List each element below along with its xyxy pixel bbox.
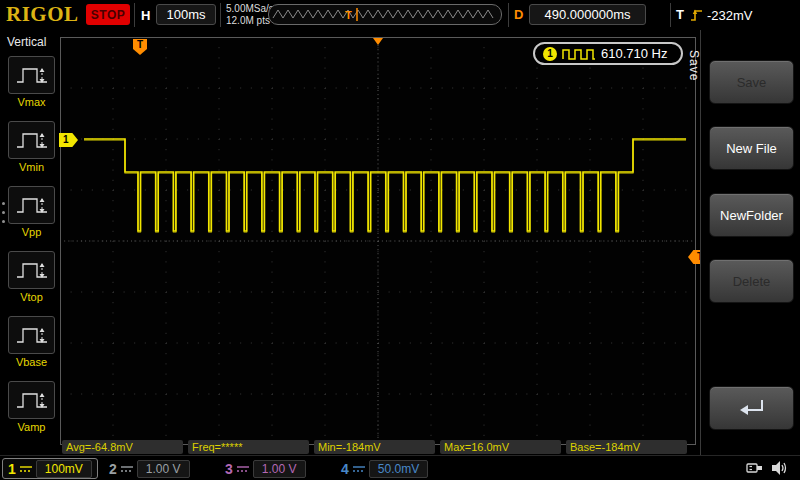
- sidebar-scroll-dots[interactable]: [2, 196, 5, 229]
- sidebar-item-label: Vtop: [8, 291, 55, 303]
- sidebar-item-vbase[interactable]: Vbase: [8, 316, 55, 368]
- channel-4-status[interactable]: 4 50.0mV: [336, 458, 433, 479]
- dc-coupling-icon: [20, 464, 32, 474]
- sidebar-item-label: Vmax: [8, 96, 55, 108]
- frequency-counter: 1 610.710 Hz: [533, 42, 683, 65]
- vmax-icon: [8, 56, 55, 94]
- channel-scale: 1.00 V: [253, 460, 306, 478]
- speaker-icon: [770, 459, 788, 477]
- channel-status-bar: 1 100mV 2 1.00 V 3 1.00 V 4 50.0mV: [0, 455, 800, 480]
- divider: [670, 3, 671, 27]
- menu-title-tab: Save: [687, 50, 701, 81]
- vtop-icon: [8, 251, 55, 289]
- vpp-icon: [8, 186, 55, 224]
- delete-button[interactable]: Delete: [709, 259, 794, 303]
- channel-1-badge: 1: [543, 47, 557, 61]
- dc-coupling-icon: [237, 464, 249, 474]
- top-bar: RIGOL STOP H 100ms 5.00MSa/s 12.0M pts T…: [0, 0, 800, 30]
- divider: [508, 3, 509, 27]
- sidebar-item-vmin[interactable]: Vmin: [8, 121, 55, 173]
- softkey-menu: Save New File NewFolder Delete: [700, 30, 800, 455]
- frequency-value: 610.710 Hz: [601, 46, 668, 61]
- sidebar-item-label: Vmin: [8, 161, 55, 173]
- dc-coupling-icon: [353, 464, 365, 474]
- vbase-icon: [8, 316, 55, 354]
- sidebar-item-label: Vamp: [8, 421, 55, 433]
- usb-icon: [746, 460, 764, 476]
- sidebar-item-label: Vpp: [8, 226, 55, 238]
- return-arrow-icon: [737, 397, 767, 419]
- sidebar-title: Vertical: [7, 35, 46, 49]
- channel-2-status[interactable]: 2 1.00 V: [104, 458, 195, 479]
- measurement-max: Max=16.0mV: [440, 440, 561, 454]
- minimap-waveform: T: [269, 5, 501, 24]
- memory-depth: 12.0M pts: [226, 15, 274, 27]
- divider: [134, 3, 135, 27]
- timebase-value[interactable]: 100ms: [156, 4, 216, 25]
- channel-number: 2: [109, 461, 117, 477]
- delay-label: D: [514, 7, 523, 22]
- channel-number: 4: [341, 461, 349, 477]
- vmin-icon: [8, 121, 55, 159]
- channel-number: 1: [8, 461, 16, 477]
- run-state-badge[interactable]: STOP: [86, 4, 130, 25]
- channel-3-status[interactable]: 3 1.00 V: [220, 458, 311, 479]
- new-folder-button[interactable]: NewFolder: [709, 193, 794, 237]
- svg-text:T: T: [345, 9, 352, 21]
- waveform-display: [60, 37, 696, 445]
- trigger-position-indicator: [373, 38, 383, 45]
- acquisition-info: 5.00MSa/s 12.0M pts: [226, 3, 274, 27]
- sidebar-item-label: Vbase: [8, 356, 55, 368]
- channel-scale: 1.00 V: [137, 460, 190, 478]
- measurement-freq: Freq=*****: [188, 440, 309, 454]
- delay-value[interactable]: 490.000000ms: [529, 4, 646, 25]
- back-button[interactable]: [709, 386, 794, 430]
- sidebar-item-vamp[interactable]: Vamp: [8, 381, 55, 433]
- channel-scale: 50.0mV: [369, 460, 428, 478]
- edge-trigger-icon: [690, 6, 703, 23]
- measurement-min: Min=-184mV: [314, 440, 435, 454]
- sidebar-item-vtop[interactable]: Vtop: [8, 251, 55, 303]
- channel-scale: 100mV: [36, 460, 92, 478]
- channel-number: 3: [225, 461, 233, 477]
- trigger-level-value[interactable]: -232mV: [707, 8, 753, 23]
- horizontal-position-minimap[interactable]: T: [268, 4, 502, 25]
- channel-1-status[interactable]: 1 100mV: [2, 458, 98, 479]
- measurement-base: Base=-184mV: [566, 440, 687, 454]
- dc-coupling-icon: [121, 464, 133, 474]
- horizontal-label: H: [141, 8, 150, 23]
- sidebar-item-vpp[interactable]: Vpp: [8, 186, 55, 238]
- new-file-button[interactable]: New File: [709, 126, 794, 170]
- sidebar-item-vmax[interactable]: Vmax: [8, 56, 55, 108]
- divider: [220, 3, 221, 27]
- brand-logo: RIGOL: [6, 2, 79, 27]
- graticule-and-trace: [60, 37, 696, 445]
- vamp-icon: [8, 381, 55, 419]
- oscilloscope-screen: RIGOL STOP H 100ms 5.00MSa/s 12.0M pts T…: [0, 0, 800, 480]
- measurement-avg: Avg=-64.8mV: [62, 440, 183, 454]
- save-button[interactable]: Save: [709, 60, 794, 104]
- square-wave-icon: [562, 48, 596, 60]
- sample-rate: 5.00MSa/s: [226, 3, 274, 15]
- trigger-label: T: [676, 7, 684, 22]
